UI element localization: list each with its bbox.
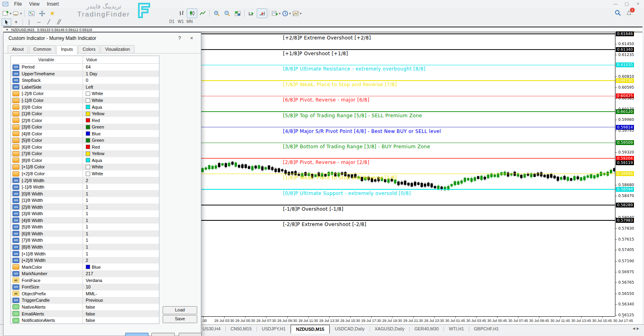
one-click-trading-arrow-icon[interactable]: ▼: [6, 28, 8, 31]
chart-tab-ger40-m30[interactable]: GER40,M30: [410, 325, 444, 334]
chart-tab-us30-h4[interactable]: US30,H4: [198, 325, 225, 334]
dialog-title-bar[interactable]: Custom Indicator - Murrey Math Indicator…: [4, 33, 201, 44]
chart-tab-cn50-m15[interactable]: CN50,M15: [226, 325, 257, 334]
param-value-cell[interactable]: White: [83, 90, 159, 97]
chart-tab-usdjpy-h1[interactable]: USDJPY,H1: [257, 325, 290, 334]
tab-visualization[interactable]: Visualization: [101, 45, 134, 53]
param-value-cell[interactable]: 1: [83, 224, 159, 230]
param-row[interactable]: 123[-1]/8 Width1: [11, 184, 159, 191]
param-row[interactable]: 123FontSize10: [11, 284, 159, 290]
close-button[interactable]: ×: [634, 0, 642, 7]
param-row[interactable]: 123[+2]/8 Width2: [11, 257, 159, 264]
bar-chart-button[interactable]: [176, 8, 187, 18]
crosshair-tool[interactable]: +: [11, 19, 21, 26]
reset-button[interactable]: [179, 333, 202, 336]
chart-shift-button[interactable]: [257, 8, 267, 18]
timeframe-mn[interactable]: MN: [185, 19, 194, 25]
param-value-cell[interactable]: Blue: [83, 130, 159, 137]
cursor-tool[interactable]: [2, 19, 11, 26]
param-row[interactable]: 123[8]/8 Width1: [11, 244, 159, 251]
price-axis[interactable]: 0.616460.613400.610350.607300.604250.601…: [615, 32, 642, 324]
param-row[interactable]: 123[3]/8 Width1: [11, 210, 159, 217]
param-row[interactable]: MarkColorBlue: [11, 263, 159, 270]
param-value-cell[interactable]: White: [83, 170, 159, 177]
param-row[interactable]: 123[5]/8 Width1: [11, 224, 159, 230]
param-value-cell[interactable]: Green: [83, 124, 159, 131]
param-value-cell[interactable]: false: [83, 310, 159, 317]
param-value-cell[interactable]: 1: [83, 237, 159, 244]
param-value-cell[interactable]: 1: [83, 197, 159, 204]
tab-scroll-left-icon[interactable]: ◀: [633, 327, 637, 330]
param-row[interactable]: [2]/8 ColorRed: [11, 117, 159, 124]
param-value-cell[interactable]: Red: [83, 117, 159, 124]
param-row[interactable]: 123[7]/8 Width1: [11, 237, 159, 244]
param-row[interactable]: 123UpperTimeframe1 Day: [11, 71, 159, 77]
param-value-cell[interactable]: Green: [83, 137, 159, 144]
zoom-in-button[interactable]: [211, 8, 222, 18]
horizontal-line-tool[interactable]: ─: [34, 19, 44, 26]
param-row[interactable]: 123TriggerCandlePrevious: [11, 297, 159, 304]
param-row[interactable]: [8]/8 ColorAqua: [11, 157, 159, 164]
chart-tab-xagusd-daily[interactable]: XAGUSD,Daily: [370, 325, 409, 334]
param-value-cell[interactable]: 2: [83, 257, 159, 264]
param-value-cell[interactable]: Aqua: [83, 157, 159, 164]
indicators-button[interactable]: ▾: [271, 8, 281, 18]
param-value-cell[interactable]: Previous: [83, 297, 159, 304]
templates-button[interactable]: ▾: [292, 8, 302, 18]
crosshair-move-icon[interactable]: [37, 8, 47, 18]
param-value-cell[interactable]: 64: [83, 64, 159, 71]
tile-windows-button[interactable]: [232, 8, 243, 18]
tab-colors[interactable]: Colors: [78, 45, 100, 53]
param-row[interactable]: 123StepBack0: [11, 77, 159, 84]
param-value-cell[interactable]: Aqua: [83, 104, 159, 110]
param-row[interactable]: 123[-2]/8 Width2: [11, 177, 159, 184]
equidistant-channel-tool[interactable]: ╱╱: [54, 19, 63, 26]
param-row[interactable]: [-2]/8 ColorWhite: [11, 90, 159, 97]
param-row[interactable]: 123LabelSideLeft: [11, 84, 159, 91]
param-row[interactable]: [5]/8 ColorGreen: [11, 137, 159, 144]
chart-tab-gbpchf-h1[interactable]: GBPCHF,H1: [469, 325, 504, 334]
param-value-cell[interactable]: White: [83, 97, 159, 104]
param-value-cell[interactable]: 1: [83, 190, 159, 197]
trendline-tool[interactable]: ╱: [44, 19, 54, 26]
param-row[interactable]: [-1]/8 ColorWhite: [11, 97, 159, 104]
param-row[interactable]: 123[2]/8 Width1: [11, 203, 159, 210]
param-row[interactable]: [3]/8 ColorGreen: [11, 124, 159, 131]
timeframe-d1[interactable]: D1: [167, 19, 176, 25]
line-chart-button[interactable]: [197, 8, 208, 18]
menu-item-insert[interactable]: Insert: [43, 0, 62, 8]
param-value-cell[interactable]: Red: [83, 144, 159, 151]
param-value-cell[interactable]: 1: [83, 230, 159, 237]
tab-common[interactable]: Common: [29, 45, 56, 53]
param-row[interactable]: 123[0]/8 Width1: [11, 190, 159, 197]
param-value-cell[interactable]: 217: [83, 270, 159, 277]
close-icon[interactable]: ×: [186, 35, 198, 41]
param-row[interactable]: 123[+1]/8 Width1: [11, 250, 159, 257]
param-value-cell[interactable]: 1: [83, 210, 159, 217]
restore-button[interactable]: ▢: [622, 0, 631, 7]
ok-button[interactable]: [125, 333, 149, 336]
param-value-cell[interactable]: White: [83, 164, 159, 170]
zoom-out-button[interactable]: [222, 8, 232, 18]
param-row[interactable]: 123Period64: [11, 64, 159, 71]
chart-tab-nzdusd-m15[interactable]: NZDUSD,M15: [291, 325, 329, 334]
profiles-button[interactable]: ▾: [12, 8, 23, 18]
param-row[interactable]: [1]/8 ColorYellow: [11, 110, 159, 117]
param-value-cell[interactable]: 1: [83, 250, 159, 257]
param-row[interactable]: [+1]/8 ColorWhite: [11, 164, 159, 170]
param-row[interactable]: 123[1]/8 Width1: [11, 197, 159, 204]
param-value-cell[interactable]: Left: [83, 84, 159, 91]
param-value-cell[interactable]: 1: [83, 217, 159, 224]
param-value-cell[interactable]: Verdana: [83, 277, 159, 284]
param-value-cell[interactable]: 10: [83, 284, 159, 290]
periods-button[interactable]: ▾: [281, 8, 292, 18]
param-value-cell[interactable]: false: [83, 304, 159, 311]
tab-scroll-right-icon[interactable]: ▶: [637, 327, 641, 330]
candlestick-chart-button[interactable]: [187, 8, 197, 18]
param-row[interactable]: [7]/8 ColorYellow: [11, 150, 159, 157]
param-row[interactable]: ~NativeAlertsfalse: [11, 304, 159, 311]
param-row[interactable]: [4]/8 ColorBlue: [11, 130, 159, 137]
load-button[interactable]: Load: [163, 306, 197, 314]
timeframe-w1[interactable]: W1: [176, 19, 185, 25]
param-value-cell[interactable]: 2: [83, 177, 159, 184]
